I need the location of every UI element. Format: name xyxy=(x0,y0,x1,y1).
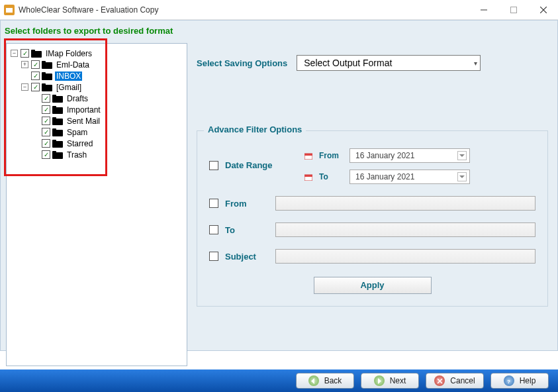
minimize-button[interactable] xyxy=(469,0,498,20)
folder-icon xyxy=(31,49,42,58)
folder-tree-panel: − IMap Folders + Eml-Data xyxy=(6,43,187,366)
back-arrow-icon xyxy=(308,375,319,386)
back-button[interactable]: Back xyxy=(296,373,354,389)
date-range-checkbox[interactable] xyxy=(209,161,218,170)
calendar-icon xyxy=(304,152,312,160)
output-format-dropdown[interactable]: Select Output Format ▾ xyxy=(297,55,481,71)
checkbox[interactable] xyxy=(42,150,50,159)
calendar-icon xyxy=(304,173,312,181)
nav-label: Cancel xyxy=(450,376,475,385)
checkbox[interactable] xyxy=(31,60,40,69)
svg-text:?: ? xyxy=(507,378,510,384)
checkbox[interactable] xyxy=(31,83,40,91)
from-label: From xyxy=(225,199,265,209)
checkbox[interactable] xyxy=(21,49,29,58)
collapse-icon[interactable]: − xyxy=(11,50,18,57)
app-icon xyxy=(4,5,15,15)
options-area: Select Saving Options Select Output Form… xyxy=(197,50,548,307)
folder-icon xyxy=(42,60,52,70)
tree-label: Starred xyxy=(66,139,94,148)
tree-label: IMap Folders xyxy=(44,49,93,58)
chevron-down-icon: ▾ xyxy=(474,60,477,67)
dropdown-icon xyxy=(457,151,467,160)
folder-icon xyxy=(52,128,63,137)
date-to-picker[interactable]: 16 January 2021 xyxy=(349,170,470,184)
tree-label: Sent Mail xyxy=(66,117,101,126)
nav-label: Back xyxy=(324,376,342,385)
tree-node-root[interactable]: − IMap Folders xyxy=(11,48,184,59)
date-value: 16 January 2021 xyxy=(355,172,414,181)
maximize-button[interactable] xyxy=(498,0,528,20)
nav-label: Help xyxy=(520,376,536,385)
tree-node-drafts[interactable]: Drafts xyxy=(32,93,184,104)
folder-icon xyxy=(52,105,63,115)
tree-node-eml[interactable]: + Eml-Data xyxy=(21,59,184,70)
tree-label: [Gmail] xyxy=(55,83,83,92)
close-button[interactable] xyxy=(528,0,558,20)
tree-label: Important xyxy=(66,105,102,115)
folder-tree[interactable]: − IMap Folders + Eml-Data xyxy=(7,44,187,164)
help-icon: ? xyxy=(504,375,514,386)
folder-icon xyxy=(42,83,52,92)
tree-node-starred[interactable]: Starred xyxy=(32,138,184,149)
tree-node-inbox[interactable]: INBOX xyxy=(21,70,184,81)
svg-rect-5 xyxy=(510,7,516,13)
window-title: WholeClear Software - Evaluation Copy xyxy=(19,5,158,15)
from-input[interactable] xyxy=(275,196,535,211)
tree-node-spam[interactable]: Spam xyxy=(32,126,184,138)
dropdown-value: Select Output Format xyxy=(304,58,392,68)
navigation-bar: Back Next Cancel ? Help xyxy=(0,369,558,392)
cancel-icon xyxy=(434,375,445,386)
filter-legend: Advance Filter Options xyxy=(204,124,306,134)
subject-label: Subject xyxy=(225,252,265,262)
checkbox[interactable] xyxy=(42,139,50,148)
date-range-label: Date Range xyxy=(225,160,285,170)
checkbox[interactable] xyxy=(42,94,50,103)
to-input[interactable] xyxy=(275,222,535,237)
subject-checkbox[interactable] xyxy=(209,252,218,261)
folder-icon xyxy=(52,117,63,126)
to-checkbox[interactable] xyxy=(209,225,218,234)
apply-button[interactable]: Apply xyxy=(314,277,432,294)
expand-icon[interactable]: + xyxy=(21,61,28,68)
checkbox[interactable] xyxy=(42,105,50,114)
tree-node-gmail[interactable]: − [Gmail] xyxy=(21,81,184,93)
tree-node-sent[interactable]: Sent Mail xyxy=(32,115,184,126)
from-checkbox[interactable] xyxy=(209,199,218,208)
date-value: 16 January 2021 xyxy=(355,151,414,160)
checkbox[interactable] xyxy=(31,72,40,80)
no-expand xyxy=(21,72,28,79)
cancel-button[interactable]: Cancel xyxy=(426,373,484,389)
title-bar: WholeClear Software - Evaluation Copy xyxy=(0,0,558,20)
tree-node-important[interactable]: Important xyxy=(32,104,184,115)
folder-icon xyxy=(52,150,63,160)
work-area: Select folders to export to desired form… xyxy=(0,20,558,351)
next-arrow-icon xyxy=(374,375,385,386)
folder-icon xyxy=(52,94,63,103)
subject-input[interactable] xyxy=(275,249,535,264)
checkbox[interactable] xyxy=(42,117,50,125)
date-from-picker[interactable]: 16 January 2021 xyxy=(349,148,470,163)
to-label: To xyxy=(225,225,265,235)
tree-node-trash[interactable]: Trash xyxy=(32,149,184,160)
dropdown-icon xyxy=(457,172,467,181)
saving-options-label: Select Saving Options xyxy=(197,58,287,68)
tree-label: Drafts xyxy=(66,94,89,103)
date-to-label: To xyxy=(319,172,343,181)
tree-label: Spam xyxy=(66,128,89,137)
folder-icon xyxy=(52,139,63,148)
checkbox[interactable] xyxy=(42,128,50,136)
instruction-text: Select folders to export to desired form… xyxy=(1,21,557,40)
next-button[interactable]: Next xyxy=(361,373,419,389)
folder-icon xyxy=(42,72,52,81)
advance-filter-group: Advance Filter Options Date Range From 1… xyxy=(197,130,548,307)
tree-label: Eml-Data xyxy=(55,60,91,70)
collapse-icon[interactable]: − xyxy=(21,83,28,91)
tree-label: Trash xyxy=(66,150,88,160)
nav-label: Next xyxy=(390,376,406,385)
help-button[interactable]: ? Help xyxy=(490,373,549,389)
tree-label-selected: INBOX xyxy=(55,72,82,81)
date-from-label: From xyxy=(319,151,343,160)
